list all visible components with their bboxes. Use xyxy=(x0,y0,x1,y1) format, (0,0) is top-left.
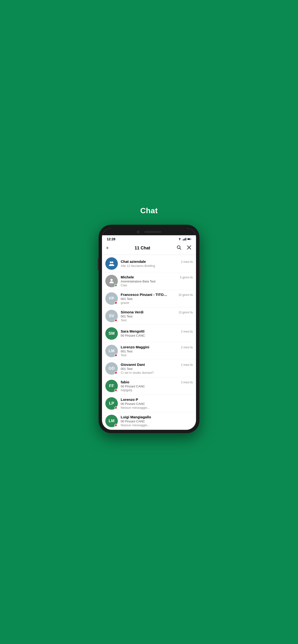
chat-subtitle: 001 Test xyxy=(121,367,193,371)
chat-item[interactable]: Michele 5 giorni fa Amministratore Beta … xyxy=(102,272,196,290)
search-icon xyxy=(176,245,182,250)
chat-time: 10 giorni fa xyxy=(179,293,193,296)
chat-preview: Test xyxy=(121,318,193,322)
chat-content: Sara Mengotti 2 mesi fa 00 Pinzani CANC xyxy=(121,329,193,338)
chat-name: Giovanni Dani xyxy=(121,362,145,366)
speaker xyxy=(144,231,161,233)
chat-content: Lorenzo Maggini 2 mesi fa 001 Test Test xyxy=(121,345,193,357)
avatar-wrap: SM xyxy=(105,327,118,340)
chat-preview: hdjdjjddj xyxy=(121,388,193,392)
chat-header-row: Luigi Mangiagallo xyxy=(121,415,193,419)
avatar-wrap: FF xyxy=(105,380,118,392)
page-wrapper: Chat 12:28 xyxy=(89,197,209,448)
avatar-wrap: LP xyxy=(105,397,118,410)
svg-point-13 xyxy=(112,262,113,263)
chat-name: Simona Verdi xyxy=(121,310,143,314)
chat-subtitle: Amministratore Beta Test xyxy=(121,280,193,283)
add-button[interactable]: + xyxy=(106,245,109,251)
chat-time: 13 giorni fa xyxy=(179,311,193,314)
avatar-initials: FF xyxy=(109,384,114,388)
chat-header-row: fabio 3 mesi fa xyxy=(121,380,193,384)
toolbar-title: 11 Chat xyxy=(135,246,150,250)
chat-item[interactable]: LP Lorenzo P 00 Pinzani CANC Nessun mess… xyxy=(102,395,196,412)
svg-rect-2 xyxy=(184,239,184,240)
unread-dot xyxy=(114,371,117,374)
chat-preview: Ci sei in studio domani? xyxy=(121,371,193,374)
avatar-wrap: GD xyxy=(105,362,118,375)
chat-subtitle: 001 Test xyxy=(121,297,193,301)
chat-preview: Nessun messaggio... xyxy=(121,406,193,410)
chat-item[interactable]: LM Lorenzo Maggini 2 mesi fa 001 Test Te… xyxy=(102,342,196,360)
chat-preview: Ciao xyxy=(121,284,193,287)
chat-preview: Test xyxy=(121,354,193,357)
chat-time: 2 mesi fa xyxy=(181,346,193,349)
chat-content: Chat aziendale 2 mesi fa Alle 12 facciam… xyxy=(121,260,193,268)
close-icon xyxy=(186,245,192,250)
phone-frame: 12:28 xyxy=(99,225,199,433)
toolbar: + 11 Chat xyxy=(102,242,196,255)
chat-subtitle: 00 Pinzani CANC xyxy=(121,402,193,406)
svg-rect-7 xyxy=(191,238,191,239)
svg-point-0 xyxy=(180,240,180,240)
avatar-initials: LP xyxy=(109,401,114,406)
search-button[interactable] xyxy=(176,244,182,252)
unread-dot xyxy=(114,319,117,322)
chat-item[interactable]: SV Simona Verdi 13 giorni fa 001 Test Te… xyxy=(102,308,196,325)
chat-time: 3 mesi fa xyxy=(181,381,193,384)
toolbar-action-icons xyxy=(176,244,192,252)
chat-name: Francesco Pinzani - TITOLARE xyxy=(121,292,169,296)
avatar: SM xyxy=(105,327,118,340)
chat-subtitle: 001 Test xyxy=(121,350,193,353)
wifi-icon xyxy=(178,238,182,240)
chat-subtitle: 001 Test xyxy=(121,314,193,318)
chat-name: Lorenzo Maggini xyxy=(121,345,149,349)
chat-content: fabio 3 mesi fa 00 Pinzani CANC hdjdjjdd… xyxy=(121,380,193,392)
person-icon xyxy=(108,278,115,284)
chat-item[interactable]: LM Luigi Mangiagallo 00 Pinzani CANC Nes… xyxy=(102,412,196,430)
page-title: Chat xyxy=(140,206,158,215)
chat-subtitle: 00 Pinzani CANC xyxy=(121,384,193,388)
chat-preview: Nessun messaggio... xyxy=(121,423,193,427)
chat-item[interactable]: Chat aziendale 2 mesi fa Alle 12 facciam… xyxy=(102,255,196,272)
group-icon xyxy=(108,260,115,267)
chat-name: Sara Mengotti xyxy=(121,329,144,333)
chat-item[interactable]: SM Sara Mengotti 2 mesi fa 00 Pinzani CA… xyxy=(102,325,196,342)
chat-content: Michele 5 giorni fa Amministratore Beta … xyxy=(121,275,193,287)
chat-subtitle: 00 Pinzani CANC xyxy=(121,420,193,423)
avatar-wrap: SV xyxy=(105,310,118,322)
unread-dot xyxy=(114,302,117,304)
chat-content: Giovanni Dani 2 mesi fa 001 Test Ci sei … xyxy=(121,362,193,374)
phone-notch xyxy=(102,228,196,235)
chat-content: Simona Verdi 13 giorni fa 001 Test Test xyxy=(121,310,193,322)
chat-preview: grazie xyxy=(121,301,193,304)
chat-header-row: Michele 5 giorni fa xyxy=(121,275,193,279)
status-time: 12:28 xyxy=(107,237,115,241)
chat-list: Chat aziendale 2 mesi fa Alle 12 facciam… xyxy=(102,255,196,430)
chat-header-row: Lorenzo P xyxy=(121,398,193,402)
status-icons xyxy=(178,238,191,240)
unread-dot xyxy=(114,354,117,357)
online-dot xyxy=(114,284,117,287)
phone-screen: 12:28 xyxy=(102,228,196,430)
chat-item[interactable]: FP Francesco Pinzani - TITOLARE 10 giorn… xyxy=(102,290,196,308)
avatar-initials: GD xyxy=(108,366,115,371)
close-button[interactable] xyxy=(186,244,192,252)
chat-time: 2 mesi fa xyxy=(181,363,193,366)
chat-header-row: Giovanni Dani 2 mesi fa xyxy=(121,362,193,366)
avatar-initials: LM xyxy=(109,418,115,423)
svg-point-12 xyxy=(110,262,112,263)
chat-subtitle: 00 Pinzani CANC xyxy=(121,334,193,337)
chat-item[interactable]: FF fabio 3 mesi fa 00 Pinzani CANC hdjdj… xyxy=(102,377,196,395)
chat-time: 2 mesi fa xyxy=(181,330,193,333)
chat-name: Lorenzo P xyxy=(121,398,138,402)
status-bar: 12:28 xyxy=(102,235,196,242)
svg-rect-6 xyxy=(188,238,190,240)
svg-rect-4 xyxy=(186,238,186,240)
avatar-initials: FP xyxy=(109,296,114,301)
svg-line-9 xyxy=(180,248,181,250)
avatar-wrap: LM xyxy=(105,345,118,357)
chat-time: 5 giorni fa xyxy=(180,276,193,279)
chat-item[interactable]: GD Giovanni Dani 2 mesi fa 001 Test Ci s… xyxy=(102,360,196,377)
signal-icon xyxy=(183,238,186,240)
svg-point-14 xyxy=(110,279,112,281)
